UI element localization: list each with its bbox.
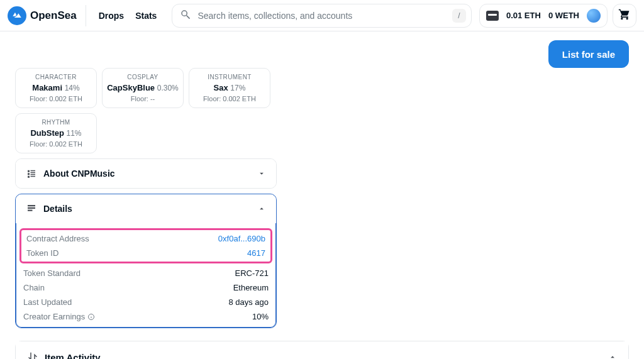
trait-value: Sax 17% — [193, 83, 266, 92]
row-last-updated: Last Updated 8 days ago — [16, 295, 276, 309]
value: 8 days ago — [228, 297, 269, 307]
about-panel: About CNPMusic — [15, 158, 277, 189]
trait-floor: Floor: 0.002 ETH — [19, 140, 92, 148]
content: CHARACTERMakami 14%Floor: 0.002 ETHCOSPL… — [0, 68, 644, 328]
nav-stats[interactable]: Stats — [135, 11, 157, 21]
eth-balance: 0.01 ETH — [506, 11, 541, 20]
chevron-up-icon — [608, 353, 617, 359]
search-input[interactable] — [197, 11, 464, 21]
details-panel: Details Contract Address 0xf0af...690b T… — [15, 194, 277, 328]
list-for-sale-button[interactable]: List for sale — [548, 40, 629, 68]
row-contract-address: Contract Address 0xf0af...690b — [21, 231, 270, 246]
info-icon — [87, 313, 95, 321]
cart-button[interactable] — [613, 4, 636, 28]
cart-icon — [618, 8, 631, 23]
weth-balance: 0 WETH — [548, 11, 579, 20]
row-chain: Chain Ethereum — [16, 280, 276, 295]
avatar[interactable] — [587, 9, 601, 23]
token-id-link[interactable]: 4617 — [247, 248, 265, 258]
about-header[interactable]: About CNPMusic — [16, 159, 276, 188]
chevron-down-icon — [257, 169, 266, 178]
brand-name: OpenSea — [30, 9, 77, 22]
trait-card[interactable]: RHYTHMDubStep 11%Floor: 0.002 ETH — [15, 113, 97, 153]
details-icon — [26, 203, 37, 214]
trait-label: COSPLAY — [106, 74, 179, 80]
header: OpenSea Drops Stats / 0.01 ETH 0 WETH — [0, 0, 644, 31]
value: Ethereum — [233, 283, 269, 292]
trait-card[interactable]: INSTRUMENTSax 17%Floor: 0.002 ETH — [189, 68, 270, 108]
search-bar[interactable]: / — [172, 4, 472, 28]
label: Last Updated — [23, 297, 72, 307]
contract-address-link[interactable]: 0xf0af...690b — [218, 234, 265, 243]
label: Contract Address — [26, 234, 89, 243]
item-activity-title: Item Activity — [45, 352, 602, 360]
row-creator-earnings: Creator Earnings 10% — [16, 309, 276, 324]
trait-floor: Floor: 0.002 ETH — [19, 95, 92, 102]
trait-card[interactable]: COSPLAYCapSkyBlue 0.30%Floor: -- — [102, 68, 184, 108]
traits-grid: CHARACTERMakami 14%Floor: 0.002 ETHCOSPL… — [15, 68, 277, 153]
value: 10% — [252, 312, 269, 321]
details-title: Details — [43, 204, 251, 214]
trait-label: INSTRUMENT — [193, 74, 266, 80]
chevron-up-icon — [257, 204, 266, 213]
highlight-box: Contract Address 0xf0af...690b Token ID … — [19, 228, 272, 263]
item-activity-header[interactable]: Item Activity — [16, 341, 628, 359]
action-bar: List for sale — [0, 31, 644, 68]
details-header[interactable]: Details — [16, 194, 276, 223]
label: Token Standard — [23, 268, 80, 278]
search-icon — [180, 9, 191, 23]
item-activity-panel: Item Activity — [15, 341, 629, 359]
label: Creator Earnings — [23, 312, 95, 321]
opensea-logo-icon — [8, 6, 26, 25]
about-title: About CNPMusic — [43, 168, 251, 179]
trait-floor: Floor: 0.002 ETH — [193, 95, 266, 102]
about-icon — [26, 168, 37, 179]
top-nav: Drops Stats — [86, 11, 157, 21]
trait-value: DubStep 11% — [19, 128, 92, 138]
trait-value: CapSkyBlue 0.30% — [106, 83, 179, 92]
logo[interactable]: OpenSea — [8, 5, 86, 26]
row-token-standard: Token Standard ERC-721 — [16, 266, 276, 280]
left-column: CHARACTERMakami 14%Floor: 0.002 ETHCOSPL… — [15, 68, 277, 328]
activity-icon — [27, 351, 38, 359]
value: ERC-721 — [235, 268, 269, 278]
trait-label: CHARACTER — [19, 74, 92, 80]
nav-drops[interactable]: Drops — [99, 11, 124, 21]
details-body: Contract Address 0xf0af...690b Token ID … — [16, 223, 276, 328]
label: Chain — [23, 283, 45, 292]
row-token-id: Token ID 4617 — [21, 246, 270, 260]
trait-label: RHYTHM — [19, 119, 92, 126]
trait-card[interactable]: CHARACTERMakami 14%Floor: 0.002 ETH — [15, 68, 97, 108]
search-shortcut-badge: / — [452, 9, 466, 23]
trait-floor: Floor: -- — [106, 95, 179, 102]
wallet-icon — [486, 11, 499, 21]
label: Token ID — [26, 248, 58, 258]
trait-value: Makami 14% — [19, 83, 92, 92]
wallet-balance[interactable]: 0.01 ETH 0 WETH — [479, 4, 608, 28]
